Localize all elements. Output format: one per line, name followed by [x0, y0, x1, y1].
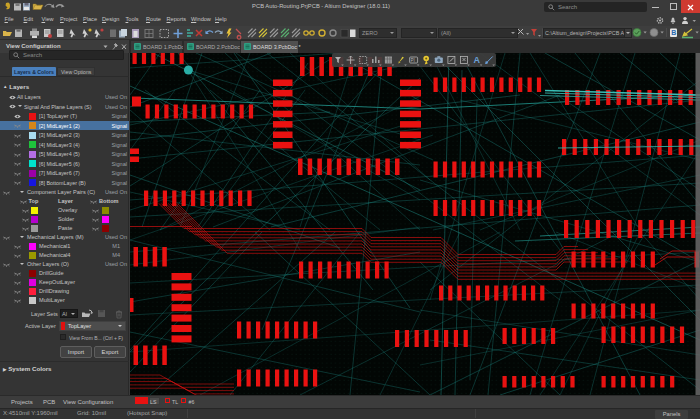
svg-text:B: B	[671, 29, 676, 36]
svg-text:A: A	[474, 55, 481, 65]
svg-text:PI: PI	[411, 57, 415, 62]
